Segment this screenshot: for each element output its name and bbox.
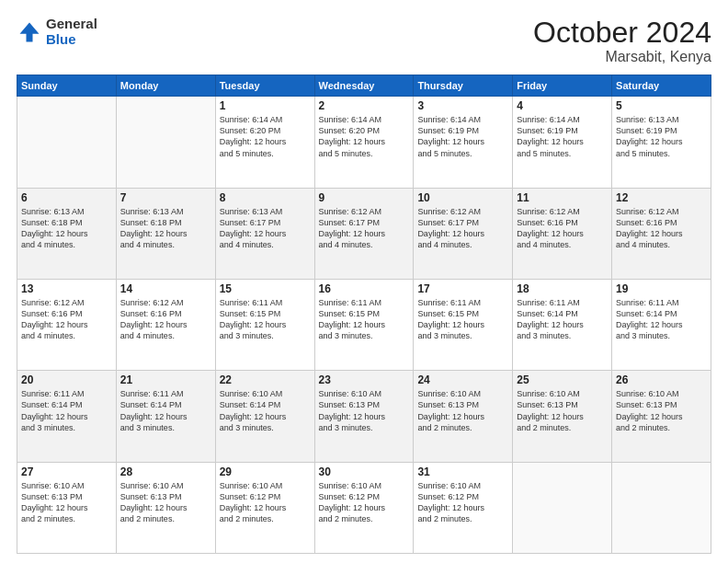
table-row: 3Sunrise: 6:14 AM Sunset: 6:19 PM Daylig… [414, 97, 513, 188]
day-detail: Sunrise: 6:12 AM Sunset: 6:16 PM Dayligh… [120, 297, 211, 342]
day-number: 8 [220, 191, 311, 204]
day-detail: Sunrise: 6:10 AM Sunset: 6:12 PM Dayligh… [220, 480, 311, 525]
day-detail: Sunrise: 6:12 AM Sunset: 6:16 PM Dayligh… [517, 206, 608, 251]
day-number: 6 [21, 191, 112, 204]
day-number: 18 [517, 282, 608, 295]
day-detail: Sunrise: 6:11 AM Sunset: 6:14 PM Dayligh… [616, 297, 707, 342]
logo-icon [17, 19, 42, 45]
day-number: 14 [120, 282, 211, 295]
calendar-week-row: 6Sunrise: 6:13 AM Sunset: 6:18 PM Daylig… [17, 188, 711, 279]
day-number: 29 [220, 465, 311, 478]
day-detail: Sunrise: 6:11 AM Sunset: 6:15 PM Dayligh… [319, 297, 410, 342]
col-thursday: Thursday [414, 75, 513, 97]
day-number: 1 [220, 99, 311, 112]
day-number: 9 [319, 191, 410, 204]
col-sunday: Sunday [17, 75, 117, 97]
day-detail: Sunrise: 6:14 AM Sunset: 6:19 PM Dayligh… [517, 114, 608, 159]
day-number: 26 [616, 373, 707, 386]
calendar-week-row: 27Sunrise: 6:10 AM Sunset: 6:13 PM Dayli… [17, 462, 711, 553]
table-row: 26Sunrise: 6:10 AM Sunset: 6:13 PM Dayli… [612, 371, 711, 462]
day-detail: Sunrise: 6:13 AM Sunset: 6:18 PM Dayligh… [120, 206, 211, 251]
day-number: 19 [616, 282, 707, 295]
table-row: 11Sunrise: 6:12 AM Sunset: 6:16 PM Dayli… [513, 188, 612, 279]
header: General Blue October 2024 Marsabit, Keny… [17, 17, 711, 65]
day-number: 11 [517, 191, 608, 204]
table-row: 17Sunrise: 6:11 AM Sunset: 6:15 PM Dayli… [414, 279, 513, 370]
logo: General Blue [17, 17, 97, 47]
day-number: 31 [417, 465, 508, 478]
table-row: 8Sunrise: 6:13 AM Sunset: 6:17 PM Daylig… [215, 188, 314, 279]
table-row [116, 97, 215, 188]
day-number: 17 [417, 282, 508, 295]
table-row: 24Sunrise: 6:10 AM Sunset: 6:13 PM Dayli… [414, 371, 513, 462]
day-detail: Sunrise: 6:12 AM Sunset: 6:16 PM Dayligh… [21, 297, 112, 342]
calendar-week-row: 13Sunrise: 6:12 AM Sunset: 6:16 PM Dayli… [17, 279, 711, 370]
day-detail: Sunrise: 6:10 AM Sunset: 6:12 PM Dayligh… [417, 480, 508, 525]
table-row: 2Sunrise: 6:14 AM Sunset: 6:20 PM Daylig… [314, 97, 414, 188]
table-row [513, 462, 612, 553]
table-row: 16Sunrise: 6:11 AM Sunset: 6:15 PM Dayli… [314, 279, 414, 370]
calendar-week-row: 20Sunrise: 6:11 AM Sunset: 6:14 PM Dayli… [17, 371, 711, 462]
day-number: 13 [21, 282, 112, 295]
day-detail: Sunrise: 6:10 AM Sunset: 6:13 PM Dayligh… [21, 480, 112, 525]
day-number: 27 [21, 465, 112, 478]
calendar-week-row: 1Sunrise: 6:14 AM Sunset: 6:20 PM Daylig… [17, 97, 711, 188]
table-row [17, 97, 117, 188]
day-number: 3 [417, 99, 508, 112]
day-detail: Sunrise: 6:10 AM Sunset: 6:13 PM Dayligh… [417, 388, 508, 433]
day-detail: Sunrise: 6:14 AM Sunset: 6:20 PM Dayligh… [220, 114, 311, 159]
day-number: 16 [319, 282, 410, 295]
table-row: 25Sunrise: 6:10 AM Sunset: 6:13 PM Dayli… [513, 371, 612, 462]
logo-text: General Blue [46, 17, 97, 47]
day-number: 20 [21, 373, 112, 386]
table-row: 13Sunrise: 6:12 AM Sunset: 6:16 PM Dayli… [17, 279, 117, 370]
title-block: October 2024 Marsabit, Kenya [533, 17, 711, 65]
day-number: 10 [417, 191, 508, 204]
day-number: 4 [517, 99, 608, 112]
table-row: 18Sunrise: 6:11 AM Sunset: 6:14 PM Dayli… [513, 279, 612, 370]
calendar-header-row: Sunday Monday Tuesday Wednesday Thursday… [17, 75, 711, 97]
day-detail: Sunrise: 6:12 AM Sunset: 6:17 PM Dayligh… [319, 206, 410, 251]
day-number: 25 [517, 373, 608, 386]
day-detail: Sunrise: 6:14 AM Sunset: 6:19 PM Dayligh… [417, 114, 508, 159]
table-row: 9Sunrise: 6:12 AM Sunset: 6:17 PM Daylig… [314, 188, 414, 279]
day-detail: Sunrise: 6:10 AM Sunset: 6:14 PM Dayligh… [220, 388, 311, 433]
day-number: 5 [616, 99, 707, 112]
table-row: 30Sunrise: 6:10 AM Sunset: 6:12 PM Dayli… [314, 462, 414, 553]
day-detail: Sunrise: 6:10 AM Sunset: 6:13 PM Dayligh… [120, 480, 211, 525]
table-row: 19Sunrise: 6:11 AM Sunset: 6:14 PM Dayli… [612, 279, 711, 370]
table-row: 5Sunrise: 6:13 AM Sunset: 6:19 PM Daylig… [612, 97, 711, 188]
table-row: 1Sunrise: 6:14 AM Sunset: 6:20 PM Daylig… [215, 97, 314, 188]
day-detail: Sunrise: 6:12 AM Sunset: 6:16 PM Dayligh… [616, 206, 707, 251]
table-row: 31Sunrise: 6:10 AM Sunset: 6:12 PM Dayli… [414, 462, 513, 553]
day-number: 21 [120, 373, 211, 386]
day-number: 2 [319, 99, 410, 112]
day-detail: Sunrise: 6:13 AM Sunset: 6:17 PM Dayligh… [220, 206, 311, 251]
day-number: 23 [319, 373, 410, 386]
day-detail: Sunrise: 6:11 AM Sunset: 6:14 PM Dayligh… [120, 388, 211, 433]
col-friday: Friday [513, 75, 612, 97]
day-number: 7 [120, 191, 211, 204]
page: General Blue October 2024 Marsabit, Keny… [0, 0, 728, 563]
day-detail: Sunrise: 6:11 AM Sunset: 6:14 PM Dayligh… [21, 388, 112, 433]
table-row: 14Sunrise: 6:12 AM Sunset: 6:16 PM Dayli… [116, 279, 215, 370]
col-saturday: Saturday [612, 75, 711, 97]
day-detail: Sunrise: 6:12 AM Sunset: 6:17 PM Dayligh… [417, 206, 508, 251]
table-row: 6Sunrise: 6:13 AM Sunset: 6:18 PM Daylig… [17, 188, 117, 279]
table-row: 4Sunrise: 6:14 AM Sunset: 6:19 PM Daylig… [513, 97, 612, 188]
calendar-table: Sunday Monday Tuesday Wednesday Thursday… [17, 75, 711, 554]
table-row: 29Sunrise: 6:10 AM Sunset: 6:12 PM Dayli… [215, 462, 314, 553]
day-detail: Sunrise: 6:10 AM Sunset: 6:13 PM Dayligh… [319, 388, 410, 433]
day-detail: Sunrise: 6:10 AM Sunset: 6:13 PM Dayligh… [616, 388, 707, 433]
logo-blue-text: Blue [46, 32, 97, 48]
table-row: 7Sunrise: 6:13 AM Sunset: 6:18 PM Daylig… [116, 188, 215, 279]
col-tuesday: Tuesday [215, 75, 314, 97]
table-row: 23Sunrise: 6:10 AM Sunset: 6:13 PM Dayli… [314, 371, 414, 462]
table-row: 12Sunrise: 6:12 AM Sunset: 6:16 PM Dayli… [612, 188, 711, 279]
table-row: 22Sunrise: 6:10 AM Sunset: 6:14 PM Dayli… [215, 371, 314, 462]
day-number: 12 [616, 191, 707, 204]
table-row: 20Sunrise: 6:11 AM Sunset: 6:14 PM Dayli… [17, 371, 117, 462]
day-detail: Sunrise: 6:10 AM Sunset: 6:12 PM Dayligh… [319, 480, 410, 525]
day-number: 22 [220, 373, 311, 386]
day-number: 30 [319, 465, 410, 478]
